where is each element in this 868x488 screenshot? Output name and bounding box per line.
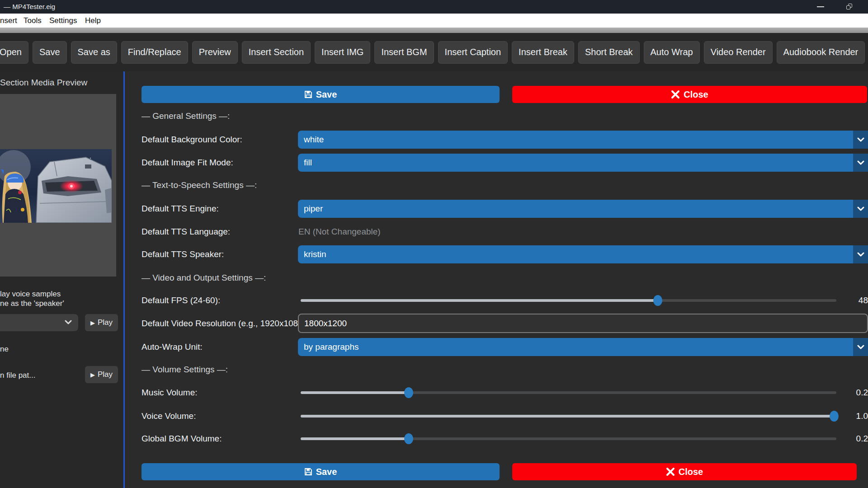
section-header-volume: — Volume Settings —: — [125, 361, 868, 379]
field-label: Auto-Wrap Unit: — [142, 338, 203, 356]
close-button-label: Close — [684, 89, 708, 100]
dialog-close-button-bottom[interactable]: Close — [512, 463, 857, 480]
chevron-down-icon — [65, 319, 72, 325]
toolbar-divider — [0, 28, 868, 33]
bgm-play-button[interactable]: ▶ Play — [85, 366, 118, 383]
dropdown-arrow-zone — [853, 245, 868, 263]
image-fit-mode-dropdown[interactable]: fill — [298, 154, 868, 172]
field-label: Default FPS (24-60): — [142, 291, 220, 310]
close-icon — [671, 90, 680, 99]
toolbar-audiobook-render-button[interactable]: Audiobook Render — [777, 41, 865, 64]
video-resolution-input[interactable] — [298, 314, 868, 333]
menu-item-insert[interactable]: nsert — [0, 14, 17, 28]
global-bgm-volume-value: 0.2 — [848, 430, 868, 448]
slider-handle[interactable] — [404, 387, 413, 398]
dialog-save-button-top[interactable]: Save — [142, 86, 500, 103]
chevron-down-icon — [857, 160, 864, 165]
dropdown-value: by paragraphs — [304, 338, 359, 356]
chevron-down-icon — [857, 206, 864, 211]
toolbar-insert-img-button[interactable]: Insert IMG — [315, 41, 370, 64]
save-button-label: Save — [316, 89, 337, 100]
dropdown-arrow-zone — [853, 154, 868, 172]
dropdown-arrow-zone — [853, 131, 868, 149]
voice-sample-play-button[interactable]: ▶ Play — [85, 314, 118, 331]
toolbar-short-break-button[interactable]: Short Break — [578, 41, 640, 64]
chevron-down-icon — [857, 137, 864, 142]
close-button-label: Close — [679, 467, 703, 477]
menu-item-tools[interactable]: Tools — [24, 14, 42, 28]
voice-sample-note-line2: ne as the 'speaker' — [0, 299, 64, 308]
background-color-dropdown[interactable]: white — [298, 131, 868, 149]
toolbar-insert-caption-button[interactable]: Insert Caption — [438, 41, 508, 64]
slider-fill — [301, 299, 658, 302]
section-header-general: — General Settings —: — [125, 107, 868, 125]
play-icon: ▶ — [90, 371, 95, 378]
field-default-tts-engine: Default TTS Engine: piper — [125, 200, 868, 218]
slider-fill — [301, 437, 409, 440]
play-button-label: Play — [98, 370, 113, 379]
slider-fill — [301, 391, 409, 394]
dialog-close-button-top[interactable]: Close — [512, 86, 867, 103]
chevron-down-icon — [857, 344, 864, 350]
slider-handle[interactable] — [830, 411, 839, 422]
field-music-volume: Music Volume: 0.2 — [125, 384, 868, 402]
voice-volume-slider[interactable] — [301, 415, 836, 418]
menu-item-settings[interactable]: Settings — [49, 14, 77, 28]
auto-wrap-unit-dropdown[interactable]: by paragraphs — [298, 338, 868, 356]
sidebar-media-preview: Section Media Preview — [0, 71, 123, 488]
fps-value: 48 — [848, 291, 868, 310]
minimize-icon — [817, 6, 824, 7]
field-label: Default TTS Speaker: — [142, 245, 224, 263]
play-icon: ▶ — [90, 319, 95, 326]
voice-sample-note-line1: lay voice samples — [0, 289, 64, 299]
field-label: Global BGM Volume: — [142, 430, 222, 448]
dropdown-value: piper — [304, 200, 323, 218]
tts-speaker-dropdown[interactable]: kristin — [298, 245, 868, 263]
field-label: Default TTS Language: — [142, 223, 230, 241]
field-default-tts-speaker: Default TTS Speaker: kristin — [125, 245, 868, 263]
voice-sample-note: lay voice samples ne as the 'speaker' — [0, 289, 64, 308]
toolbar-insert-bgm-button[interactable]: Insert BGM — [374, 41, 434, 64]
field-global-bgm-volume: Global BGM Volume: 0.2 — [125, 430, 868, 448]
field-auto-wrap-unit: Auto-Wrap Unit: by paragraphs — [125, 338, 868, 356]
field-label: Music Volume: — [142, 384, 198, 402]
field-default-background-color: Default Background Color: white — [125, 131, 868, 149]
app-window: { "window": { "title": "— MP4Tester.eig"… — [0, 0, 868, 488]
field-default-video-resolution: Default Video Resolution (e.g., 1920x108… — [125, 314, 868, 333]
toolbar-find-replace-button[interactable]: Find/Replace — [121, 41, 188, 64]
slider-handle[interactable] — [653, 295, 662, 306]
field-voice-volume: Voice Volume: 1.0 — [125, 407, 868, 425]
dropdown-arrow-zone — [853, 338, 868, 356]
toolbar-save-button[interactable]: Save — [33, 41, 67, 64]
dialog-save-button-bottom[interactable]: Save — [142, 463, 500, 480]
tts-engine-dropdown[interactable]: piper — [298, 200, 868, 218]
toolbar-save-as-button[interactable]: Save as — [71, 41, 117, 64]
toolbar-open-button[interactable]: Open — [0, 41, 28, 64]
toolbar-insert-section-button[interactable]: Insert Section — [242, 41, 311, 64]
toolbar-preview-button[interactable]: Preview — [192, 41, 238, 64]
voice-sample-select[interactable] — [0, 314, 78, 331]
menu-bar: nsert Tools Settings Help — [0, 14, 868, 28]
toolbar-insert-break-button[interactable]: Insert Break — [512, 41, 574, 64]
music-volume-slider[interactable] — [301, 391, 836, 394]
slider-handle[interactable] — [404, 433, 413, 444]
section-preview-image — [0, 149, 112, 223]
slider-fill — [301, 415, 834, 418]
sidebar-truncated-label: ne — [0, 345, 9, 354]
fps-slider[interactable] — [301, 299, 836, 302]
section-header-tts: — Text-to-Speech Settings —: — [125, 176, 868, 194]
field-label: Voice Volume: — [142, 407, 196, 425]
global-bgm-volume-slider[interactable] — [301, 437, 836, 440]
toolbar-video-render-button[interactable]: Video Render — [704, 41, 773, 64]
toolbar-auto-wrap-button[interactable]: Auto Wrap — [644, 41, 700, 64]
restore-button[interactable] — [839, 0, 860, 14]
field-default-image-fit-mode: Default Image Fit Mode: fill — [125, 154, 868, 172]
config-dialog: Save Close — General Settings —: Default… — [125, 71, 868, 488]
chevron-down-icon — [857, 252, 864, 257]
bgm-file-path-label: n file pat... — [0, 371, 35, 380]
field-label: Default Background Color: — [142, 131, 242, 149]
toolbar: Open Save Save as Find/Replace Preview I… — [0, 33, 868, 71]
save-icon — [304, 468, 312, 476]
menu-item-help[interactable]: Help — [85, 14, 101, 28]
minimize-button[interactable] — [810, 0, 831, 14]
